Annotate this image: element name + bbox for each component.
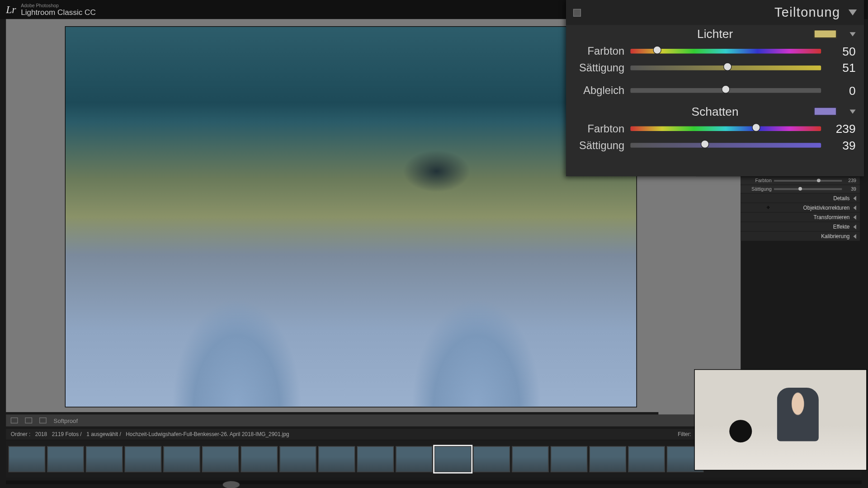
slider-value[interactable]: 0 <box>821 84 855 97</box>
panel-section-header[interactable]: Details <box>741 193 860 202</box>
filmstrip-thumb[interactable] <box>551 446 588 472</box>
balance-row: Abgleich 0 <box>566 82 864 99</box>
slider-label: Abgleich <box>566 84 630 97</box>
slider-knob[interactable] <box>723 62 731 70</box>
filmstrip-thumb[interactable] <box>124 446 161 472</box>
filmstrip-thumb[interactable] <box>163 446 200 472</box>
section-title: Transformieren <box>813 214 849 220</box>
highlights-header: Lichter <box>566 25 864 43</box>
slider-value[interactable]: 239 <box>842 178 856 183</box>
view-mode-icon[interactable] <box>11 418 18 423</box>
section-title: Effekte <box>833 224 850 230</box>
slider-label: Sättigung <box>566 139 630 152</box>
split-toning-panel: Teiltonung Lichter Farbton 50 Sättigung … <box>566 0 864 176</box>
mini-slider[interactable] <box>774 188 842 190</box>
slider-value[interactable]: 239 <box>821 122 855 136</box>
chevron-down-icon[interactable] <box>849 109 855 113</box>
folder-name[interactable]: 2018 <box>35 431 47 437</box>
slider-label: Sättigung <box>744 187 774 192</box>
app-name: Lightroom Classic CC <box>21 8 96 16</box>
panel-toggle-icon[interactable] <box>573 9 581 16</box>
info-strip: Ordner : 2018 2119 Fotos / 1 ausgewählt … <box>6 429 696 440</box>
caret-left-icon <box>853 215 856 220</box>
folder-label: Ordner : <box>11 431 31 437</box>
softproof-toggle[interactable]: Softproof <box>54 417 78 423</box>
filmstrip-thumb[interactable] <box>628 446 665 472</box>
shadows-header: Schatten <box>566 103 864 121</box>
scroll-knob[interactable] <box>222 481 241 488</box>
shadows-label: Schatten <box>692 104 739 118</box>
photo-count: 2119 Fotos / <box>52 431 82 437</box>
shadows-sat-row: Sättigung 39 <box>566 137 864 154</box>
slider-knob[interactable] <box>817 178 821 182</box>
filmstrip-thumb[interactable] <box>318 446 355 472</box>
section-title: Kalibrierung <box>821 233 849 239</box>
slider-value[interactable]: 51 <box>821 61 855 75</box>
filmstrip-thumb[interactable] <box>241 446 278 472</box>
filmstrip-thumb[interactable] <box>8 446 45 472</box>
slider-knob[interactable] <box>722 85 730 93</box>
slider-knob[interactable] <box>752 123 760 131</box>
panel-section-header[interactable]: Kalibrierung <box>741 231 860 240</box>
caret-left-icon <box>853 205 856 210</box>
panel-section-header[interactable]: Objektivkorrekturen <box>741 202 860 212</box>
panel-section-header[interactable]: Effekte <box>741 221 860 231</box>
filmstrip-thumb[interactable] <box>86 446 123 472</box>
slider-value[interactable]: 50 <box>821 44 855 58</box>
shadows-sat-slider[interactable] <box>630 143 821 148</box>
slider-value[interactable]: 39 <box>821 138 855 152</box>
shadows-swatch[interactable] <box>814 107 836 115</box>
filmstrip-thumb[interactable] <box>590 446 627 472</box>
highlights-sat-row: Sättigung 51 <box>566 60 864 76</box>
section-title: Objektivkorrekturen <box>803 205 850 211</box>
highlights-swatch[interactable] <box>814 30 836 38</box>
panel-title: Teiltonung <box>774 5 840 20</box>
photo-preview[interactable] <box>65 26 637 408</box>
slider-knob[interactable] <box>653 46 661 54</box>
mini-slider[interactable] <box>774 180 842 182</box>
balance-slider[interactable] <box>630 88 821 93</box>
panel-section-header[interactable]: Transformieren <box>741 212 860 221</box>
webcam-overlay <box>694 369 867 470</box>
slider-knob[interactable] <box>701 140 709 148</box>
view-mode-icon[interactable] <box>25 418 32 423</box>
shadows-hue-row: Farbton 239 <box>566 120 864 137</box>
caret-left-icon <box>853 224 856 229</box>
filmstrip-thumb[interactable] <box>357 446 394 472</box>
panel-header[interactable]: Teiltonung <box>566 0 864 25</box>
slider-value[interactable]: 39 <box>842 187 856 192</box>
app-logo: Lr <box>6 3 16 16</box>
shadows-hue-slider[interactable] <box>630 126 821 131</box>
filmstrip-thumb[interactable] <box>279 446 316 472</box>
filmstrip-thumb[interactable] <box>202 446 239 472</box>
chevron-down-icon[interactable] <box>849 32 855 36</box>
slider-label: Farbton <box>566 45 630 58</box>
highlights-hue-slider[interactable] <box>630 49 821 54</box>
view-mode-icon[interactable] <box>39 418 47 423</box>
mini-slider-row: Farbton239 <box>741 176 860 184</box>
filmstrip-thumb[interactable] <box>512 446 549 472</box>
slider-label: Farbton <box>566 122 630 135</box>
filmstrip-thumb[interactable] <box>396 446 433 472</box>
highlights-label: Lichter <box>697 27 733 41</box>
filmstrip-thumb[interactable] <box>434 446 472 472</box>
collapse-icon[interactable] <box>849 9 857 15</box>
filename[interactable]: Hochzeit-Ludwigshafen-Full-Benkesser-26.… <box>126 431 289 437</box>
develop-panels: Farbton239Sättigung39DetailsObjektivkorr… <box>741 176 860 240</box>
mini-slider-row: Sättigung39 <box>741 185 860 193</box>
filmstrip-scrollbar[interactable] <box>6 481 862 484</box>
filmstrip-thumb[interactable] <box>47 446 84 472</box>
cursor-icon: ⌖ <box>766 204 770 211</box>
view-toolstrip: Softproof <box>6 414 696 426</box>
highlights-hue-row: Farbton 50 <box>566 43 864 60</box>
caret-left-icon <box>853 234 856 239</box>
selected-count: 1 ausgewählt / <box>86 431 121 437</box>
slider-label: Farbton <box>744 178 774 183</box>
highlights-sat-slider[interactable] <box>630 66 821 70</box>
section-title: Details <box>833 195 849 201</box>
slider-knob[interactable] <box>799 187 802 191</box>
slider-label: Sättigung <box>566 61 630 74</box>
filter-label[interactable]: Filter: <box>678 431 691 437</box>
filmstrip-thumb[interactable] <box>473 446 510 472</box>
microphone-icon <box>729 420 752 442</box>
